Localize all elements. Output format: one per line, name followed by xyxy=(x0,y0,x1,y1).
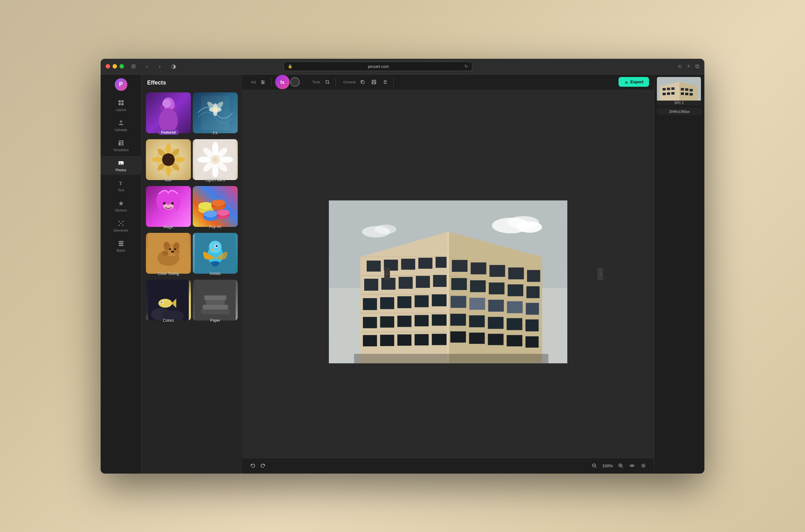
browser-actions: ⎋ + ⧉ xyxy=(678,63,699,70)
effect-item-color-toning[interactable]: Color Toning xyxy=(146,233,191,278)
sidebar-toggle-button[interactable]: ⊞ xyxy=(129,62,138,71)
light-filters-label: Light Filters xyxy=(193,178,238,182)
effect-item-fx[interactable]: FX xyxy=(193,92,238,137)
svg-rect-196 xyxy=(667,88,670,90)
nav-item-stickers[interactable]: Stickers xyxy=(100,196,141,215)
visibility-button[interactable] xyxy=(628,461,637,470)
effect-item-artistic[interactable]: Artistic xyxy=(193,233,238,278)
svg-rect-168 xyxy=(450,314,466,326)
tools-section: Tools xyxy=(309,78,336,87)
svg-rect-19 xyxy=(118,243,124,244)
zoom-out-button[interactable] xyxy=(590,461,599,470)
svg-point-34 xyxy=(166,143,171,154)
effect-item-light-filters[interactable]: Light Filters xyxy=(193,139,238,184)
svg-point-26 xyxy=(163,100,171,107)
back-button[interactable]: ‹ xyxy=(143,62,151,71)
fx-ring xyxy=(290,77,300,87)
svg-point-36 xyxy=(152,157,163,162)
nav-item-elements[interactable]: Elements xyxy=(100,216,141,235)
svg-rect-142 xyxy=(432,294,446,306)
stickers-icon xyxy=(117,200,125,207)
svg-rect-179 xyxy=(354,354,548,363)
svg-point-25 xyxy=(173,108,177,112)
zoom-in-button[interactable] xyxy=(616,461,625,470)
nav-item-uploads[interactable]: Uploads xyxy=(100,116,141,135)
share-button[interactable]: ⎋ xyxy=(678,63,682,70)
adjust-sliders-icon[interactable] xyxy=(258,78,267,87)
effect-item-pop-art[interactable]: Pop Art xyxy=(193,186,238,231)
url-bar[interactable]: 🔒 picsart.com ↻ xyxy=(283,62,472,71)
svg-rect-176 xyxy=(507,335,522,346)
nav-item-layout[interactable]: Layout xyxy=(100,96,141,115)
svg-rect-148 xyxy=(363,335,377,346)
close-button[interactable] xyxy=(106,64,110,69)
collapse-left-button[interactable]: ‹ xyxy=(384,268,390,280)
forward-button[interactable]: › xyxy=(155,62,164,71)
crop-tool-button[interactable] xyxy=(323,78,332,87)
svg-rect-8 xyxy=(122,144,124,146)
effect-item-blur[interactable]: Blur xyxy=(146,139,191,184)
svg-rect-131 xyxy=(418,258,432,269)
save-button[interactable] xyxy=(369,78,378,87)
nav-item-text[interactable]: T Text xyxy=(100,176,141,195)
svg-rect-139 xyxy=(380,297,394,309)
svg-text:T: T xyxy=(119,181,122,186)
svg-rect-141 xyxy=(415,295,428,307)
reload-icon[interactable]: ↻ xyxy=(464,64,468,69)
app-logo[interactable]: P xyxy=(115,78,127,91)
svg-rect-180 xyxy=(470,298,485,309)
copy-button[interactable] xyxy=(358,78,367,87)
delete-button[interactable] xyxy=(381,78,390,87)
effects-panel: Effects Fe xyxy=(142,75,242,474)
nav-item-photos[interactable]: Photos xyxy=(100,156,141,175)
photos-icon xyxy=(117,159,125,167)
photos-label: Photos xyxy=(115,168,126,172)
effect-item-featured[interactable]: Featured xyxy=(146,92,191,137)
minimize-button[interactable] xyxy=(113,64,117,69)
svg-rect-21 xyxy=(118,245,124,246)
adjust-label: Adj xyxy=(251,80,256,84)
new-tab-button[interactable]: + xyxy=(687,63,690,70)
canvas-image-wrapper[interactable] xyxy=(242,98,654,466)
maximize-button[interactable] xyxy=(120,64,124,69)
stickers-label: Stickers xyxy=(115,208,127,212)
effect-item-paper[interactable]: Paper xyxy=(193,280,238,325)
fx-label: FX xyxy=(193,131,238,135)
redo-button[interactable] xyxy=(258,461,267,470)
batch-icon xyxy=(117,240,125,247)
svg-rect-107 xyxy=(373,82,375,84)
nav-item-batch[interactable]: Batch xyxy=(100,236,141,255)
export-button[interactable]: Export xyxy=(619,77,649,87)
undo-button[interactable] xyxy=(249,461,257,470)
svg-point-59 xyxy=(198,202,214,210)
color-toning-label: Color Toning xyxy=(146,271,191,276)
nav-item-templates[interactable]: Templates xyxy=(100,136,141,155)
size-badge: 2048x1365px xyxy=(657,108,702,115)
svg-rect-157 xyxy=(527,270,540,282)
svg-rect-155 xyxy=(489,265,505,277)
svg-rect-108 xyxy=(625,83,628,83)
collapse-right-button[interactable]: › xyxy=(598,268,603,280)
svg-point-68 xyxy=(217,210,230,216)
tabs-button[interactable]: ⧉ xyxy=(695,63,699,70)
effect-item-magic[interactable]: Magic xyxy=(146,186,191,231)
svg-rect-144 xyxy=(380,316,394,327)
thumbnail-preview[interactable]: SPC 2 xyxy=(657,77,701,105)
svg-rect-94 xyxy=(201,309,230,314)
url-text: picsart.com xyxy=(295,64,462,69)
svg-marker-13 xyxy=(118,201,124,206)
effect-item-colors[interactable]: Colors xyxy=(146,280,191,325)
zoom-controls: 100% xyxy=(590,461,648,470)
svg-rect-5 xyxy=(118,140,124,141)
svg-rect-161 xyxy=(508,284,523,296)
svg-point-14 xyxy=(121,223,122,224)
colors-label: Colors xyxy=(146,318,191,323)
general-section: General xyxy=(340,78,394,87)
svg-rect-0 xyxy=(118,100,121,102)
svg-point-44 xyxy=(212,142,219,155)
fx-button[interactable]: fx xyxy=(275,75,290,89)
paper-label: Paper xyxy=(193,318,238,323)
canvas-bottom-toolbar: 100% xyxy=(242,458,654,474)
settings-tool-button[interactable] xyxy=(639,461,648,470)
svg-point-23 xyxy=(159,108,178,133)
